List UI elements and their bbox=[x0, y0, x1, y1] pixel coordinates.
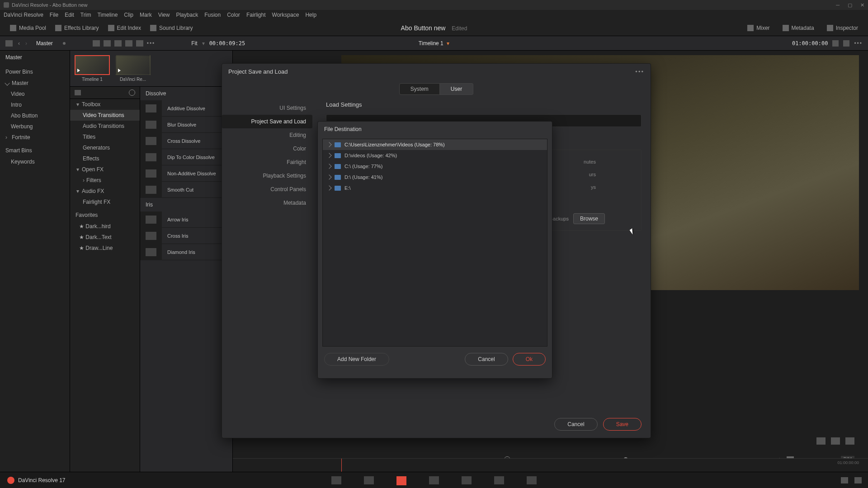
menu-item[interactable]: Color bbox=[227, 12, 240, 18]
folder-item[interactable]: C:\ (Usage: 77%) bbox=[323, 161, 547, 172]
master-header[interactable]: Master bbox=[0, 51, 70, 64]
panel-icon[interactable] bbox=[75, 90, 81, 95]
dialog-more-icon[interactable]: ••• bbox=[635, 68, 644, 75]
search-icon[interactable] bbox=[129, 89, 135, 96]
menu-item[interactable]: Playback bbox=[176, 12, 198, 18]
nav-forward[interactable]: › bbox=[25, 40, 27, 47]
settings-item[interactable]: Fairlight bbox=[222, 155, 312, 169]
page-edit-icon[interactable] bbox=[396, 476, 406, 484]
settings-item[interactable]: Editing bbox=[222, 128, 312, 142]
page-fairlight-icon[interactable] bbox=[494, 476, 504, 484]
timeline-selector[interactable]: Timeline 1 ▾ bbox=[419, 40, 449, 47]
browse-button[interactable]: Browse bbox=[573, 213, 605, 224]
mixer-button[interactable]: Mixer bbox=[743, 23, 774, 33]
menu-item[interactable]: Mark bbox=[140, 12, 152, 18]
bin-master[interactable]: Master bbox=[0, 78, 70, 89]
menu-item[interactable]: Workspace bbox=[272, 12, 299, 18]
bin-icon[interactable] bbox=[5, 40, 13, 47]
fx-cat-item[interactable]: Video Transitions bbox=[70, 110, 140, 121]
fx-item[interactable]: Diamond Iris bbox=[140, 244, 232, 260]
fx-item[interactable]: Non-Additive Dissolve bbox=[140, 165, 232, 182]
bin-item[interactable]: ›Fortnite bbox=[0, 132, 70, 143]
menu-item[interactable]: Clip bbox=[124, 12, 133, 18]
fx-cat-item[interactable]: ›Filters bbox=[70, 175, 140, 186]
settings-item[interactable]: Playback Settings bbox=[222, 169, 312, 183]
next-icon[interactable] bbox=[845, 437, 854, 445]
fav-item[interactable]: ★ Dark...hird bbox=[70, 221, 140, 232]
clip-item[interactable]: DaVinci Re... bbox=[115, 55, 151, 82]
save-button[interactable]: Save bbox=[603, 418, 642, 431]
fx-item[interactable]: Cross Dissolve bbox=[140, 133, 232, 149]
fx-toolbox[interactable]: ▾Toolbox bbox=[70, 99, 140, 110]
fx-item[interactable]: Dip To Color Dissolve bbox=[140, 149, 232, 165]
search-icon[interactable] bbox=[125, 40, 132, 47]
settings-gear-icon[interactable] bbox=[854, 477, 862, 483]
menu-item[interactable]: Fusion bbox=[204, 12, 221, 18]
fx-item[interactable]: Additive Dissolve bbox=[140, 100, 232, 117]
sound-library-button[interactable]: Sound Library bbox=[146, 23, 198, 33]
page-fusion-icon[interactable] bbox=[429, 476, 439, 484]
fav-item[interactable]: ★ Draw...Line bbox=[70, 243, 140, 253]
media-pool-button[interactable]: Media Pool bbox=[5, 23, 51, 33]
page-media-icon[interactable] bbox=[331, 476, 341, 484]
timeline-ruler[interactable]: 01:00:00:00 bbox=[233, 458, 868, 472]
settings-item[interactable]: Project Save and Load bbox=[222, 115, 312, 128]
fx-audiofx[interactable]: ▾Audio FX bbox=[70, 186, 140, 197]
view-grid-icon[interactable] bbox=[104, 40, 111, 47]
fx-item[interactable]: Cross Iris bbox=[140, 228, 232, 244]
bin-item[interactable]: Werbung bbox=[0, 121, 70, 132]
fx-item[interactable]: Arrow Iris bbox=[140, 211, 232, 228]
fx-cat-item[interactable]: Fairlight FX bbox=[70, 197, 140, 207]
menu-item[interactable]: Trim bbox=[80, 12, 91, 18]
folder-item[interactable]: E:\ bbox=[323, 183, 547, 193]
cancel-button[interactable]: Cancel bbox=[554, 418, 597, 431]
bin-item[interactable]: Abo Button bbox=[0, 110, 70, 121]
clip-item[interactable]: Timeline 1 bbox=[75, 55, 110, 82]
metadata-button[interactable]: Metadata bbox=[778, 23, 819, 33]
more-icon[interactable]: ••• bbox=[147, 40, 156, 47]
tab-system[interactable]: System bbox=[399, 83, 440, 95]
page-deliver-icon[interactable] bbox=[527, 476, 537, 484]
folder-item[interactable]: D:\videos (Usage: 42%) bbox=[323, 150, 547, 161]
tab-user[interactable]: User bbox=[440, 83, 473, 95]
maximize-icon[interactable]: ▢ bbox=[848, 2, 852, 8]
nav-back[interactable]: ‹ bbox=[18, 40, 20, 47]
bin-item[interactable]: Video bbox=[0, 89, 70, 99]
folder-item[interactable]: C:\Users\Lizenznehmer\Videos (Usage: 78%… bbox=[323, 139, 547, 150]
edit-index-button[interactable]: Edit Index bbox=[104, 23, 146, 33]
inspector-button[interactable]: Inspector bbox=[822, 23, 863, 33]
zoom-fit[interactable]: Fit bbox=[191, 40, 197, 47]
loop-icon[interactable] bbox=[816, 437, 826, 445]
menu-item[interactable]: DaVinci Resolve bbox=[4, 12, 43, 18]
minimize-icon[interactable]: ─ bbox=[836, 2, 840, 8]
settings-item[interactable]: Control Panels bbox=[222, 183, 312, 196]
menu-item[interactable]: Help bbox=[305, 12, 316, 18]
smart-bin-item[interactable]: Keywords bbox=[0, 156, 70, 167]
menu-item[interactable]: View bbox=[158, 12, 170, 18]
page-color-icon[interactable] bbox=[462, 476, 472, 484]
add-folder-button[interactable]: Add New Folder bbox=[324, 353, 389, 366]
fx-cat-item[interactable]: Effects bbox=[70, 153, 140, 164]
settings-item[interactable]: UI Settings bbox=[222, 101, 312, 115]
fx-cat-item[interactable]: Generators bbox=[70, 142, 140, 153]
menu-item[interactable]: Timeline bbox=[97, 12, 118, 18]
playhead[interactable] bbox=[341, 459, 342, 472]
cancel-button[interactable]: Cancel bbox=[465, 353, 508, 366]
menu-item[interactable]: File bbox=[50, 12, 58, 18]
ok-button[interactable]: Ok bbox=[513, 353, 546, 366]
folder-item[interactable]: D:\ (Usage: 41%) bbox=[323, 172, 547, 183]
menu-item[interactable]: Fairlight bbox=[246, 12, 266, 18]
menu-item[interactable]: Edit bbox=[65, 12, 74, 18]
dual-icon[interactable] bbox=[843, 40, 849, 47]
view-list-icon[interactable] bbox=[114, 40, 122, 47]
sort-icon[interactable] bbox=[136, 40, 143, 47]
fx-item[interactable]: Blur Dissolve bbox=[140, 117, 232, 133]
settings-item[interactable]: Metadata bbox=[222, 196, 312, 210]
fav-item[interactable]: ★ Dark...Text bbox=[70, 232, 140, 243]
effects-library-button[interactable]: Effects Library bbox=[51, 23, 103, 33]
fx-openfx[interactable]: ▾Open FX bbox=[70, 164, 140, 175]
fx-cat-item[interactable]: Titles bbox=[70, 131, 140, 142]
fx-cat-item[interactable]: Audio Transitions bbox=[70, 121, 140, 131]
settings-item[interactable]: Color bbox=[222, 142, 312, 155]
view-thumb-icon[interactable] bbox=[93, 40, 100, 47]
